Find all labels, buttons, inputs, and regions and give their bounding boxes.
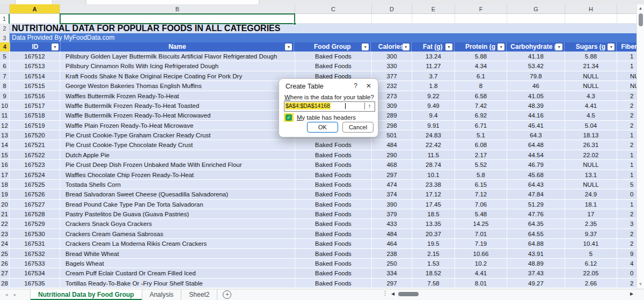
row-number-27[interactable]: 27	[0, 268, 10, 278]
column-header-c[interactable]: C	[295, 4, 372, 13]
cell-fat[interactable]: 11.27	[412, 61, 455, 71]
cell-id[interactable]: 167512	[10, 52, 60, 61]
row-number-1[interactable]: 1	[0, 14, 10, 24]
scroll-down-icon[interactable]: ▼	[637, 282, 644, 287]
cell-id[interactable]: 167534	[10, 268, 60, 278]
fill-handle[interactable]	[293, 22, 296, 25]
empty-cell[interactable]	[372, 14, 412, 24]
cell-id[interactable]: 167517	[10, 101, 60, 111]
cell-id[interactable]: 167521	[10, 140, 60, 150]
cell-carb[interactable]: 37.43	[507, 268, 565, 278]
cell-fat[interactable]: 20.37	[412, 229, 455, 239]
cell-id[interactable]: 167519	[10, 121, 60, 130]
row-number-13[interactable]: 13	[0, 130, 10, 140]
row-number-25[interactable]: 25	[0, 249, 10, 259]
cell-sugars[interactable]: 17	[565, 209, 617, 219]
cell-name[interactable]: Waffles Chocolate Chip Frozen Ready-To-H…	[60, 170, 295, 180]
cell-fat[interactable]: 1.8	[412, 81, 455, 91]
cell-sugars[interactable]: NULL	[565, 81, 617, 91]
cell-id[interactable]: 167529	[10, 219, 60, 229]
cell-name[interactable]: Pie Crust Cookie-Type Chocolate Ready Cr…	[60, 140, 295, 150]
cell-carb[interactable]: 53.42	[507, 61, 565, 71]
row-number-23[interactable]: 23	[0, 229, 10, 239]
cell-fat[interactable]: 9.4	[412, 111, 455, 120]
cell-calories[interactable]: 379	[372, 209, 412, 219]
cell-fat[interactable]: 18.52	[412, 268, 455, 278]
cell-sugars[interactable]: 18.13	[565, 130, 617, 140]
cell-fat[interactable]: 17.45	[412, 200, 455, 209]
cell-carb[interactable]: 44.16	[507, 111, 565, 120]
cell-protein[interactable]: 5.48	[455, 209, 507, 219]
cell-sugars[interactable]: 4.5	[565, 111, 617, 120]
cell-carb[interactable]: 45.68	[507, 170, 565, 180]
column-header-fat[interactable]: Fat (g)▼	[412, 42, 455, 52]
cell-protein[interactable]: 4.41	[455, 268, 507, 278]
filter-dropdown-icon[interactable]: ▼	[362, 43, 369, 50]
cell-name[interactable]: Pastry Pastelitos De Guava (Guava Pastri…	[60, 209, 295, 219]
column-header-name[interactable]: Name▼	[61, 42, 294, 52]
close-icon[interactable]: ✕	[366, 82, 371, 90]
cell-fat[interactable]: 10.1	[412, 170, 455, 180]
cell-name[interactable]: Crackers Cream Gamesa Sabrosas	[60, 229, 295, 239]
row-number-20[interactable]: 20	[0, 200, 10, 209]
cell-sugars[interactable]: NULL	[565, 160, 617, 170]
cell-calories[interactable]: 290	[372, 150, 412, 160]
row-number-2[interactable]: 2	[0, 24, 10, 34]
next-sheet-icon[interactable]: ▸	[11, 289, 19, 300]
cell-protein[interactable]: 2.17	[455, 150, 507, 160]
row-number-7[interactable]: 7	[0, 71, 10, 81]
filter-dropdown-icon[interactable]: ▼	[402, 43, 409, 50]
cell-group[interactable]: Baked Foods	[295, 268, 372, 278]
cell-protein[interactable]: 5.88	[455, 52, 507, 61]
cell-group[interactable]: Baked Foods	[295, 180, 372, 189]
cell-protein[interactable]: 14.25	[455, 219, 507, 229]
empty-cell[interactable]	[507, 14, 565, 24]
cell-sugars[interactable]: 26.31	[565, 140, 617, 150]
cell-group[interactable]: Baked Foods	[295, 140, 372, 150]
vertical-scrollbar[interactable]: ▲ ▼	[636, 4, 644, 289]
cell-group[interactable]: Baked Foods	[295, 200, 372, 209]
select-all-corner[interactable]	[0, 4, 10, 13]
cell-name[interactable]: Pillsbury Golden Layer Buttermilk Biscui…	[60, 52, 295, 61]
prev-sheet-icon[interactable]: ◂	[2, 289, 11, 300]
column-header-group[interactable]: Food Group▼	[294, 42, 371, 52]
row-number-6[interactable]: 6	[0, 61, 10, 71]
row-number-26[interactable]: 26	[0, 259, 10, 268]
cell-protein[interactable]: 4.34	[455, 61, 507, 71]
cell-carb[interactable]: 47.84	[507, 189, 565, 199]
row-number-18[interactable]: 18	[0, 180, 10, 189]
cell-id[interactable]: 167518	[10, 111, 60, 120]
cell-carb[interactable]: 79.8	[507, 71, 565, 81]
cell-protein[interactable]: 6.92	[455, 111, 507, 120]
column-header-protein[interactable]: Protein (g▼	[455, 42, 507, 52]
cell-name[interactable]: Tortillas Ready-To-Bake Or -Fry Flour Sh…	[60, 279, 295, 288]
empty-cell[interactable]	[10, 14, 60, 24]
ok-button[interactable]: OK	[307, 122, 338, 133]
column-header-b[interactable]: B	[60, 4, 295, 13]
cell-fat[interactable]: 13.24	[412, 52, 455, 61]
range-selector-icon[interactable]: ↑	[364, 103, 374, 109]
cell-calories[interactable]: 330	[372, 61, 412, 71]
cell-carb[interactable]: 46	[507, 81, 565, 91]
cell-sugars[interactable]: 2.35	[565, 219, 617, 229]
cell-carb[interactable]: 48.89	[507, 259, 565, 268]
cell-name[interactable]: Bread Salvadoran Sweet Cheese (Quesadill…	[60, 189, 295, 199]
cell-fat[interactable]: 2.15	[412, 249, 455, 259]
cell-id[interactable]: 167526	[10, 189, 60, 199]
cell-protein[interactable]: 5.52	[455, 160, 507, 170]
column-header-f[interactable]: F	[455, 4, 507, 13]
cell-calories[interactable]: 484	[372, 229, 412, 239]
column-header-id[interactable]: ID▼	[10, 42, 61, 52]
cell-id[interactable]: 167531	[10, 239, 60, 248]
cell-group[interactable]: Baked Foods	[295, 229, 372, 239]
cell-fat[interactable]: 3.7	[412, 71, 455, 81]
cell-sugars[interactable]: 18.1	[565, 200, 617, 209]
cell-fat[interactable]: 19.5	[412, 239, 455, 248]
cell-protein[interactable]: 7.01	[455, 229, 507, 239]
column-header-calories[interactable]: Calories▼	[371, 42, 411, 52]
scroll-right-icon[interactable]: ▶	[630, 291, 633, 296]
tab-analysis[interactable]: Analysis	[142, 289, 182, 300]
cell-name[interactable]: Bagels Wheat	[60, 259, 295, 268]
cell-calories[interactable]: 334	[372, 268, 412, 278]
filter-dropdown-icon[interactable]: ▼	[52, 43, 58, 50]
